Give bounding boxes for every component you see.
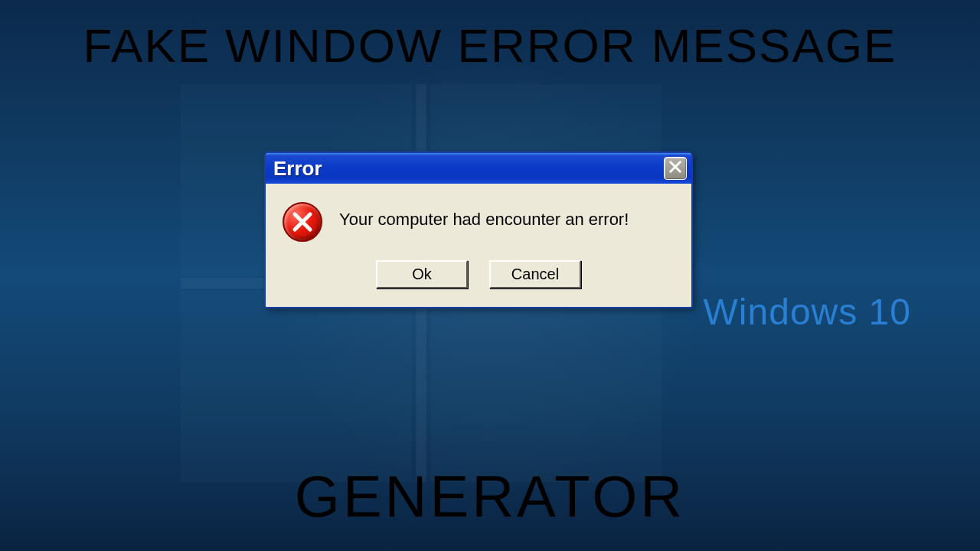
error-dialog: Error Your computer had encounter an err… xyxy=(264,152,693,308)
dialog-title: Error xyxy=(273,157,664,181)
dialog-message: Your computer had encounter an error! xyxy=(339,202,629,230)
close-button[interactable] xyxy=(664,157,687,180)
close-icon xyxy=(668,160,682,177)
footline-text: GENERATOR xyxy=(0,463,980,530)
error-icon xyxy=(283,202,322,242)
headline-text: FAKE WINDOW ERROR MESSAGE xyxy=(0,18,980,73)
ok-button[interactable]: Ok xyxy=(376,260,468,289)
brand-label: Windows 10 xyxy=(704,291,911,333)
dialog-titlebar[interactable]: Error xyxy=(266,153,691,184)
cancel-button[interactable]: Cancel xyxy=(489,260,581,289)
dialog-body: Your computer had encounter an error! xyxy=(266,184,691,254)
dialog-button-row: Ok Cancel xyxy=(266,254,691,307)
